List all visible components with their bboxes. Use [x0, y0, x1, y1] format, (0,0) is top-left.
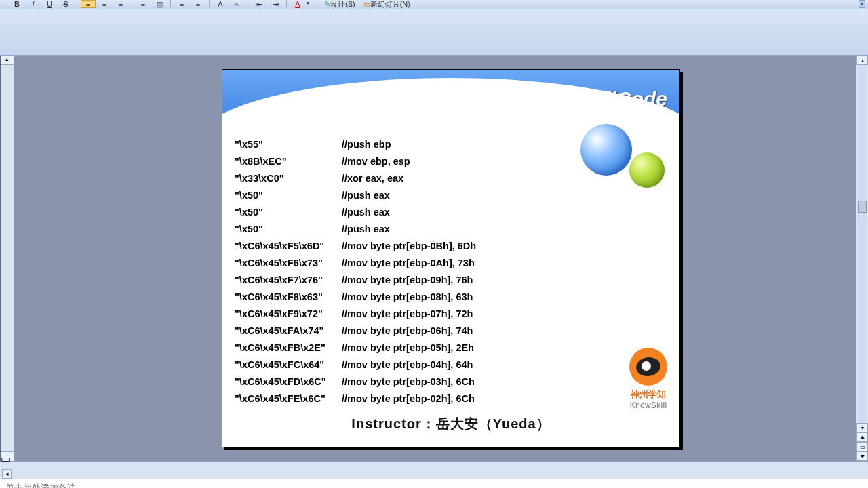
ribbon-area: [0, 9, 868, 56]
code-comment: //mov ebp, esp: [342, 153, 410, 170]
code-comment: //push eax: [342, 204, 390, 221]
code-hex: "\xC6\x45\xF7\x76": [235, 272, 342, 289]
scroll-left-icon[interactable]: ◂: [2, 469, 12, 479]
brand-name-en: KnowSkill: [629, 401, 667, 410]
dropdown-icon[interactable]: ▾: [307, 0, 313, 6]
code-row: "\xC6\x45\xF5\x6D"//mov byte ptr[ebp-0Bh…: [235, 238, 667, 255]
indent-decrease-button[interactable]: ⇤: [252, 0, 267, 8]
formatting-toolbar: B I U S ≡ ≡ ≡ ≡ ▥ ≡ ≡ A A ⇤ ⇥ A ▾ ✎ 设计(S…: [0, 0, 868, 9]
code-row: "\xC6\x45\xF6\x73"//mov byte ptr[ebp-0Ah…: [235, 255, 667, 272]
prev-slide-icon[interactable]: ⏶: [856, 432, 868, 442]
code-hex: "\x55": [235, 136, 342, 153]
code-comment: //xor eax, eax: [342, 170, 403, 187]
code-comment: //mov byte ptr[ebp-07h], 72h: [342, 306, 473, 323]
slide-title[interactable]: ShellCode: [568, 87, 667, 110]
scroll-thumb[interactable]: [858, 201, 867, 213]
italic-button[interactable]: I: [26, 0, 41, 8]
separator: [286, 0, 287, 7]
font-decrease-button[interactable]: A: [229, 0, 244, 8]
slide-header: ShellCode: [222, 70, 679, 132]
code-comment: //push eax: [342, 221, 390, 238]
font-color-button[interactable]: A: [290, 0, 305, 8]
strike-button[interactable]: S: [58, 0, 73, 8]
separator: [170, 0, 171, 7]
bold-button[interactable]: B: [9, 0, 24, 8]
code-comment: //mov byte ptr[ebp-09h], 76h: [342, 272, 473, 289]
code-row: "\xC6\x45\xFB\x2E"//mov byte ptr[ebp-05h…: [235, 340, 667, 357]
separator: [317, 0, 317, 7]
code-hex: "\xC6\x45\xFC\x64": [235, 357, 342, 373]
code-row: "\x55"//push ebp: [235, 136, 667, 153]
code-hex: "\x50": [235, 187, 342, 204]
separator: [248, 0, 248, 7]
underline-button[interactable]: U: [42, 0, 57, 8]
vertical-scrollbar[interactable]: ▴ ▾ ⏶ ▭ ⏷: [856, 56, 868, 461]
eye-logo-icon: [629, 348, 667, 386]
slide-canvas[interactable]: ShellCode "\x55"//push ebp"\x8B\xEC"//mo…: [14, 56, 856, 461]
code-row: "\x8B\xEC"//mov ebp, esp: [235, 153, 667, 170]
notes-pane[interactable]: 单击此处添加备注: [0, 479, 868, 488]
selector-icon[interactable]: ▭: [856, 442, 868, 451]
code-comment: //mov byte ptr[ebp-06h], 74h: [342, 323, 473, 340]
code-comment: //push ebp: [342, 136, 391, 153]
design-button[interactable]: ✎ 设计(S): [321, 0, 359, 8]
align-center-button[interactable]: ≡: [97, 0, 112, 8]
bullet-list-button[interactable]: ≡: [191, 0, 205, 8]
code-row: "\xC6\x45\xFC\x64"//mov byte ptr[ebp-04h…: [235, 357, 667, 373]
code-row: "\x33\xC0"//xor eax, eax: [235, 170, 667, 187]
code-row: "\x50"//push eax: [235, 204, 667, 221]
scroll-up-icon[interactable]: ▴: [856, 56, 868, 65]
font-increase-button[interactable]: A: [213, 0, 228, 8]
code-hex: "\x33\xC0": [235, 170, 342, 187]
code-hex: "\xC6\x45\xFB\x2E": [235, 340, 342, 357]
separator: [132, 0, 132, 7]
align-left-button[interactable]: ≡: [81, 0, 96, 8]
scroll-up-icon[interactable]: ▴: [1, 56, 14, 65]
code-hex: "\xC6\x45\xF6\x73": [235, 255, 342, 272]
code-comment: //mov byte ptr[ebp-0Ah], 73h: [342, 255, 475, 272]
code-row: "\xC6\x45\xFE\x6C"//mov byte ptr[ebp-02h…: [235, 390, 667, 407]
align-right-button[interactable]: ≡: [113, 0, 128, 8]
notes-placeholder: 单击此处添加备注: [5, 483, 76, 488]
code-row: "\xC6\x45\xF9\x72"//mov byte ptr[ebp-07h…: [235, 306, 667, 323]
line-spacing-button[interactable]: ≡: [136, 0, 151, 8]
code-row: "\xC6\x45\xFA\x74"//mov byte ptr[ebp-06h…: [235, 323, 667, 340]
horizontal-scrollbar[interactable]: ◂: [0, 461, 868, 479]
code-row: "\xC6\x45\xF7\x76"//mov byte ptr[ebp-09h…: [235, 272, 667, 289]
code-hex: "\x8B\xEC": [235, 153, 342, 170]
code-comment: //mov byte ptr[ebp-03h], 6Ch: [342, 373, 475, 390]
outline-scrollbar[interactable]: ▴ ▭: [1, 56, 14, 461]
code-hex: "\xC6\x45\xF8\x63": [235, 289, 342, 306]
new-slide-button[interactable]: ▭ 新幻灯片(N): [360, 0, 414, 8]
code-comment: //mov byte ptr[ebp-05h], 2Eh: [342, 340, 474, 357]
code-hex: "\xC6\x45\xF9\x72": [235, 306, 342, 323]
code-comment: //mov byte ptr[ebp-04h], 64h: [342, 357, 473, 373]
scroll-handle[interactable]: ▭: [1, 451, 14, 461]
toolbar-overflow-icon[interactable]: ▾: [859, 0, 865, 8]
separator: [77, 0, 77, 7]
next-slide-icon[interactable]: ⏷: [856, 451, 868, 461]
scroll-track[interactable]: [858, 65, 867, 423]
code-hex: "\xC6\x45\xFD\x6C": [235, 373, 342, 390]
numbered-list-button[interactable]: ≡: [174, 0, 189, 8]
columns-button[interactable]: ▥: [152, 0, 167, 8]
code-hex: "\xC6\x45\xF5\x6D": [235, 238, 342, 255]
slide[interactable]: ShellCode "\x55"//push ebp"\x8B\xEC"//mo…: [222, 69, 680, 447]
code-row: "\x50"//push eax: [235, 187, 667, 204]
code-hex: "\xC6\x45\xFE\x6C": [235, 390, 342, 407]
code-row: "\x50"//push eax: [235, 221, 667, 238]
separator: [209, 0, 210, 7]
brand-name-cn: 神州学知: [629, 388, 667, 401]
code-hex: "\xC6\x45\xFA\x74": [235, 323, 342, 340]
code-comment: //mov byte ptr[ebp-02h], 6Ch: [342, 390, 475, 407]
code-block[interactable]: "\x55"//push ebp"\x8B\xEC"//mov ebp, esp…: [235, 136, 667, 407]
code-row: "\xC6\x45\xFD\x6C"//mov byte ptr[ebp-03h…: [235, 373, 667, 390]
instructor-line[interactable]: Instructor：岳大安（Yueda）: [222, 415, 679, 433]
indent-increase-button[interactable]: ⇥: [268, 0, 283, 8]
code-row: "\xC6\x45\xF8\x63"//mov byte ptr[ebp-08h…: [235, 289, 667, 306]
code-hex: "\x50": [235, 204, 342, 221]
code-comment: //push eax: [342, 187, 390, 204]
scroll-down-icon[interactable]: ▾: [856, 423, 868, 432]
code-hex: "\x50": [235, 221, 342, 238]
code-comment: //mov byte ptr[ebp-0Bh], 6Dh: [342, 238, 476, 255]
